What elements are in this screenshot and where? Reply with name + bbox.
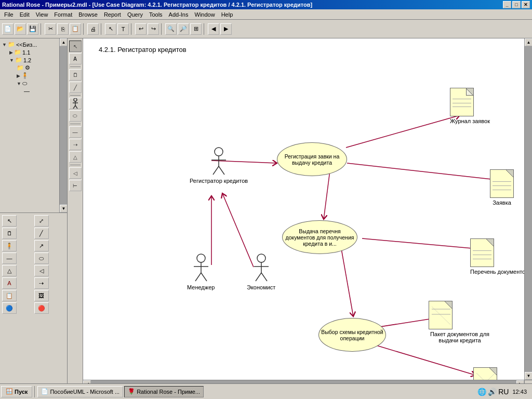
canvas-vtrack[interactable] bbox=[525, 46, 532, 372]
svg-line-20 bbox=[219, 166, 224, 175]
palette-association[interactable]: — bbox=[69, 126, 82, 138]
toolbar-zoom-out[interactable]: 🔎 bbox=[178, 23, 189, 35]
toolbar-fit[interactable]: ⊞ bbox=[190, 23, 202, 35]
menu-query[interactable]: Query bbox=[124, 10, 146, 19]
menu-addins[interactable]: Add-Ins bbox=[166, 10, 192, 19]
toolbar-save[interactable]: 💾 bbox=[27, 23, 38, 35]
menu-report[interactable]: Report bbox=[101, 10, 124, 19]
toolbar-redo[interactable]: ↪ bbox=[148, 23, 159, 35]
toolbar-copy[interactable]: ⎘ bbox=[57, 23, 69, 35]
menu-view[interactable]: View bbox=[33, 10, 51, 19]
tool-btn-3[interactable]: 🗒 bbox=[2, 228, 17, 239]
tree-item-2-1[interactable]: 📁 ⚙ bbox=[2, 64, 65, 72]
tree-scrollbar[interactable]: ▲ ▼ bbox=[59, 38, 67, 212]
tool-btn-4[interactable]: ╱ bbox=[34, 228, 49, 239]
tool-btn-5[interactable]: 🧍 bbox=[2, 240, 17, 251]
tool-btn-15[interactable]: 🔵 bbox=[2, 302, 17, 314]
svg-line-8 bbox=[347, 163, 496, 180]
tree-item-biz[interactable]: ▼ 📁 <<Биз... bbox=[2, 41, 65, 48]
palette-realize[interactable]: ◁ bbox=[69, 167, 82, 179]
uc-registration[interactable]: Регистрация завки на выдачу кредита bbox=[277, 142, 347, 176]
tree-scroll-up[interactable]: ▲ bbox=[60, 38, 67, 46]
tool-btn-13[interactable]: 📋 bbox=[2, 290, 17, 301]
palette-actor[interactable] bbox=[69, 98, 82, 109]
toolbar-new[interactable]: 📄 bbox=[2, 23, 14, 35]
taskbar-item-word[interactable]: 📄 ПособиеUML - Microsoft ... bbox=[37, 386, 123, 397]
palette-line[interactable]: ╱ bbox=[69, 82, 82, 93]
toolbar-forward[interactable]: ▶ bbox=[220, 23, 232, 35]
taskbar-rose-icon: 🌹 bbox=[128, 388, 135, 395]
actor-economist-label: Экономист bbox=[247, 284, 275, 290]
artifact-package[interactable]: Пакет документов для выдачи кредита bbox=[429, 301, 491, 343]
palette-text[interactable]: A bbox=[69, 53, 82, 64]
uc-selection[interactable]: Выбор схемы кредитной операции bbox=[318, 318, 386, 352]
restore-button[interactable]: □ bbox=[512, 1, 521, 8]
taskbar-item-rose[interactable]: 🌹 Rational Rose - Приме... bbox=[124, 386, 204, 397]
menu-help[interactable]: Help bbox=[218, 10, 236, 19]
palette-select[interactable]: ↖ bbox=[69, 41, 82, 52]
tree-item-circle[interactable]: ▼ ⬭ bbox=[2, 79, 65, 87]
toolbar-undo[interactable]: ↩ bbox=[135, 23, 147, 35]
tool-btn-12[interactable]: ⇢ bbox=[34, 277, 49, 289]
tree-item-2[interactable]: ▼ 📁 1.2 bbox=[2, 56, 65, 64]
palette-note[interactable]: 🗒 bbox=[69, 69, 82, 81]
artifact-doclist[interactable]: Перечень документов bbox=[470, 238, 528, 275]
toolbar-zoom-in[interactable]: 🔍 bbox=[165, 23, 177, 35]
tray-sound-icon[interactable]: 🔊 bbox=[488, 388, 497, 396]
svg-line-3 bbox=[73, 105, 75, 109]
tool-btn-7[interactable]: — bbox=[2, 252, 17, 264]
artifact-doclist-label: Перечень документов bbox=[470, 269, 528, 275]
start-icon: 🪟 bbox=[6, 388, 13, 395]
tree-scroll-down[interactable]: ▼ bbox=[60, 205, 67, 212]
palette-usecase[interactable]: ⬭ bbox=[69, 110, 82, 122]
tool-btn-16[interactable]: 🔴 bbox=[34, 302, 49, 314]
actor-manager[interactable]: Менеджер bbox=[187, 254, 215, 290]
canvas-vscrollbar[interactable]: ▲ ▼ bbox=[524, 38, 532, 380]
palette-generalization[interactable]: △ bbox=[69, 151, 82, 163]
palette-dependency[interactable]: ⇢ bbox=[69, 139, 82, 150]
toolbar-paste[interactable]: 📋 bbox=[70, 23, 81, 35]
menu-window[interactable]: Window bbox=[192, 10, 218, 19]
tool-btn-11[interactable]: A bbox=[2, 277, 17, 289]
tray-network-icon[interactable]: 🌐 bbox=[477, 388, 486, 396]
tool-btn-1[interactable]: ↖ bbox=[2, 215, 17, 227]
artifact-claim[interactable]: Заявка bbox=[490, 169, 514, 206]
menu-format[interactable]: Format bbox=[51, 10, 75, 19]
toolbar-open[interactable]: 📂 bbox=[15, 23, 26, 35]
toolbar-cut[interactable]: ✂ bbox=[45, 23, 56, 35]
tool-btn-9[interactable]: △ bbox=[2, 265, 17, 276]
toolbar-print[interactable]: 🖨 bbox=[87, 23, 99, 35]
menu-tools[interactable]: Tools bbox=[146, 10, 166, 19]
menu-edit[interactable]: Edit bbox=[17, 10, 33, 19]
tree-item-sub[interactable]: — bbox=[2, 87, 65, 95]
artifact-journal[interactable]: Журнал заявок bbox=[450, 88, 490, 124]
menu-file[interactable]: File bbox=[1, 10, 17, 19]
canvas-scroll-down[interactable]: ▼ bbox=[525, 372, 532, 380]
tool-btn-6[interactable]: ↗ bbox=[34, 240, 49, 251]
toolbar-text[interactable]: T bbox=[117, 23, 129, 35]
tool-btn-2[interactable]: ⤢ bbox=[34, 215, 49, 227]
tree-item-1[interactable]: ▶ 📁 1.1 bbox=[2, 48, 65, 56]
palette-extend[interactable]: ⊢ bbox=[69, 180, 82, 191]
tool-btn-10[interactable]: ◁ bbox=[34, 265, 49, 276]
tree-item-actor[interactable]: ▶ 🧍 bbox=[2, 72, 65, 79]
toolbar-back[interactable]: ◀ bbox=[208, 23, 219, 35]
toolbar-select[interactable]: ↖ bbox=[105, 23, 116, 35]
canvas-scroll-up[interactable]: ▲ bbox=[525, 38, 532, 46]
minimize-button[interactable]: _ bbox=[503, 1, 511, 8]
tool-btn-8[interactable]: ⬭ bbox=[34, 252, 49, 264]
left-panel: ▼ 📁 <<Биз... ▶ 📁 1.1 ▼ 📁 1.2 📁 ⚙ bbox=[0, 38, 68, 388]
start-button[interactable]: 🪟 Пуск bbox=[1, 386, 32, 397]
menu-browse[interactable]: Browse bbox=[75, 10, 101, 19]
actor-registrator[interactable]: Регистратор кредитов bbox=[190, 148, 248, 184]
tray-lang-icon[interactable]: RU bbox=[498, 388, 509, 396]
tree-scroll-track[interactable] bbox=[60, 46, 67, 205]
uc-documents[interactable]: Выдача перечня документов для получения … bbox=[282, 220, 357, 254]
window-controls: _ □ ✕ bbox=[503, 1, 530, 8]
close-button[interactable]: ✕ bbox=[522, 1, 530, 8]
tool-btn-14[interactable]: 🖼 bbox=[34, 290, 49, 301]
actor-economist[interactable]: Экономист bbox=[247, 254, 275, 290]
taskbar: 🪟 Пуск 📄 ПособиеUML - Microsoft ... 🌹 Ra… bbox=[0, 383, 532, 399]
toolbar: 📄 📂 💾 ✂ ⎘ 📋 🖨 ↖ T ↩ ↪ 🔍 🔎 ⊞ ◀ ▶ bbox=[0, 20, 532, 38]
taskbar-clock: 12:43 bbox=[510, 388, 529, 396]
